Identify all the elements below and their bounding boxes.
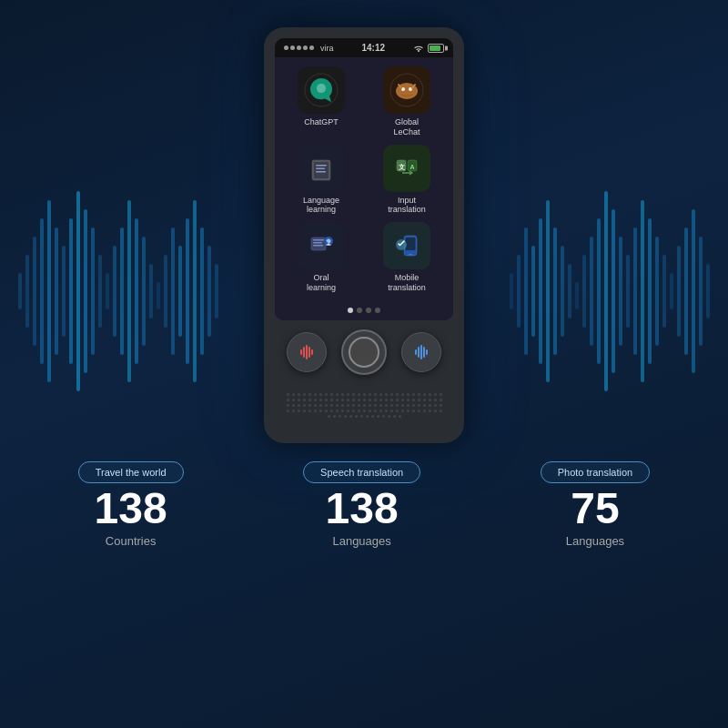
svg-rect-8 (76, 191, 80, 391)
stat-photo: Photo translation 75 Languages (541, 461, 651, 548)
center-button[interactable] (341, 329, 387, 375)
grille-dot (412, 404, 415, 407)
grille-dot (396, 393, 399, 396)
grille-dot (429, 404, 431, 407)
grille-dot (379, 399, 382, 401)
grille-dot (369, 404, 371, 407)
svg-rect-31 (531, 246, 535, 337)
app-lechat[interactable]: GlobalLeChat (368, 66, 446, 137)
grille-dot (325, 399, 328, 401)
svg-rect-26 (207, 246, 211, 337)
grille-dot (374, 404, 377, 407)
oral-learning-label: Orallearning (307, 273, 336, 293)
grille-dot (358, 404, 360, 407)
buttons-row (275, 329, 453, 375)
grille-dot (366, 415, 369, 418)
grille-dot (429, 410, 431, 412)
svg-rect-22 (178, 246, 182, 337)
grille-dot (418, 399, 420, 401)
speech-badge: Speech translation (303, 461, 420, 483)
page-dot-2[interactable] (357, 308, 362, 313)
svg-rect-33 (546, 200, 550, 382)
app-grid: ChatGPT Gl (275, 57, 453, 302)
svg-rect-38 (582, 255, 586, 328)
device: vira 14:12 (264, 27, 464, 443)
signal-dot-4 (303, 46, 308, 50)
grille-dot (369, 399, 371, 401)
grille-dot (298, 404, 300, 407)
svg-rect-65 (316, 167, 325, 169)
grille-dot (308, 399, 311, 401)
svg-rect-74 (313, 239, 324, 241)
grille-dot (314, 404, 317, 407)
grille-dot (314, 399, 317, 401)
grille-dot (333, 415, 336, 418)
left-mic-button[interactable] (287, 332, 327, 372)
grille-dot (308, 393, 311, 396)
svg-rect-12 (106, 273, 109, 309)
grille-dot (287, 410, 289, 412)
grille-dot (298, 393, 300, 396)
svg-rect-64 (316, 165, 327, 167)
svg-rect-20 (164, 255, 167, 328)
grille-dot (399, 415, 401, 418)
app-chatgpt[interactable]: ChatGPT (282, 66, 360, 137)
grille-dot (374, 393, 377, 396)
grille-dot (349, 415, 352, 418)
grille-dot (407, 399, 410, 401)
page-dot-4[interactable] (375, 308, 380, 313)
svg-rect-52 (684, 228, 688, 355)
grille-dot (434, 410, 437, 412)
app-mobile-translation[interactable]: Mobiletranslation (368, 222, 446, 293)
grille-dot (336, 410, 339, 412)
grille-dot (303, 399, 306, 401)
grille-dot (325, 404, 328, 407)
language-learning-label: Languagelearning (303, 196, 339, 216)
grille-dot (358, 410, 360, 412)
signal-dot-3 (297, 46, 301, 50)
grille-dot (319, 410, 322, 412)
svg-rect-32 (539, 218, 542, 364)
grille-dot (363, 399, 366, 401)
svg-rect-76 (313, 245, 323, 247)
svg-rect-6 (62, 246, 66, 337)
page-dot-1[interactable] (348, 308, 353, 313)
svg-rect-45 (633, 228, 637, 355)
battery-fill (430, 46, 440, 51)
travel-label: Countries (106, 534, 157, 548)
mic-bars-left-icon (297, 342, 317, 362)
svg-rect-47 (648, 218, 652, 364)
grille-dot (390, 410, 393, 412)
grille-dot (347, 399, 349, 401)
grille-dot (292, 410, 295, 412)
svg-rect-90 (418, 347, 420, 358)
right-mic-button[interactable] (401, 332, 441, 372)
grille-dot (303, 410, 306, 412)
page-dot-3[interactable] (366, 308, 371, 313)
grille-dot (308, 410, 311, 412)
status-left: vira (284, 44, 334, 53)
app-language-learning[interactable]: Languagelearning (282, 145, 360, 216)
grille-dot (341, 393, 344, 396)
signal-dot-1 (284, 46, 288, 50)
device-wrapper: vira 14:12 (264, 27, 464, 443)
lechat-icon (383, 66, 430, 114)
grille-dot (319, 393, 322, 396)
grille-dot (418, 393, 420, 396)
grille-dot (298, 410, 300, 412)
stats-row: Travel the world 138 Countries Speech tr… (18, 461, 710, 548)
grille-dot (374, 399, 377, 401)
app-input-translation[interactable]: 文 A Inputtranslation (368, 145, 446, 216)
travel-number: 138 (95, 487, 167, 531)
stat-travel: Travel the world 138 Countries (78, 461, 184, 548)
grille-dot (292, 404, 295, 407)
grille-dot (355, 415, 358, 418)
app-oral-learning[interactable]: Orallearning (282, 222, 360, 293)
svg-rect-93 (426, 349, 428, 355)
svg-rect-30 (524, 228, 528, 355)
screen[interactable]: vira 14:12 (275, 38, 453, 320)
svg-rect-51 (677, 246, 681, 337)
svg-rect-40 (597, 218, 601, 364)
grille-dot (423, 404, 426, 407)
grille-dot (360, 415, 363, 418)
